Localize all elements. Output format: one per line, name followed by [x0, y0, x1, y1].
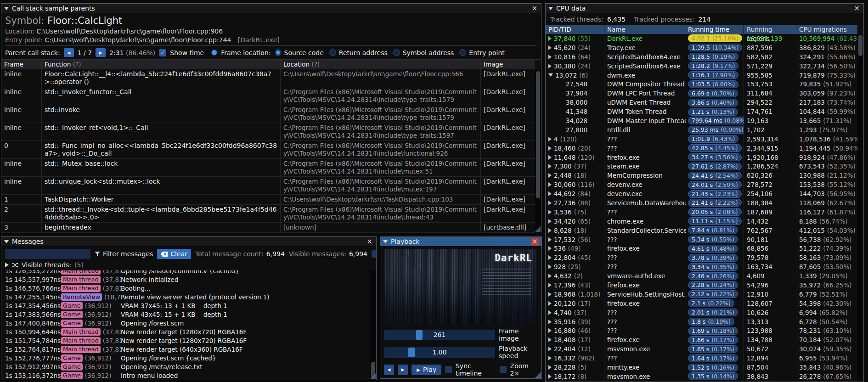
cpu-table-row[interactable]: 4,632(2)vmware-authd.exe2.46 s(0.26%)4,6… — [546, 271, 857, 281]
callstack-table-row[interactable]: inlinestd::_Mutex_base::lockC:\Program F… — [1, 159, 535, 177]
column-header-running-regions[interactable]: Running regions — [744, 25, 796, 34]
column-header-frame[interactable]: Frame — [1, 60, 42, 69]
expand-arrow-icon[interactable] — [548, 191, 552, 196]
expand-arrow-icon[interactable] — [548, 55, 552, 59]
filter-input[interactable] — [5, 249, 90, 259]
filter-messages-button[interactable]: Filter messages — [95, 250, 153, 258]
cpu-table-row[interactable]: 4,740(37)???2.01 s(0.21%)10,6266,994(65.… — [546, 308, 857, 317]
visible-threads-row[interactable]: Visible threads: (5) — [1, 261, 376, 270]
expand-arrow-icon[interactable] — [548, 45, 552, 50]
collapse-arrow-icon[interactable] — [4, 7, 9, 10]
cpu-data-titlebar[interactable]: CPU data × — [546, 4, 863, 13]
resize-grip[interactable] — [535, 372, 541, 378]
cpu-table-row[interactable]: 2,448(18)MemCompression24.41 s(2.54%)620… — [546, 171, 857, 180]
expand-arrow-icon[interactable] — [548, 292, 552, 297]
column-header-function[interactable]: Function (?) — [42, 60, 281, 69]
expand-arrow-icon[interactable] — [548, 274, 552, 278]
expand-arrow-icon[interactable] — [548, 365, 552, 370]
expand-arrow-icon[interactable] — [548, 219, 552, 224]
cpu-table-row[interactable]: 22,404(12)msvsmon.exe1.65 s(0.17%)50,672… — [546, 344, 857, 354]
close-icon[interactable]: × — [531, 238, 539, 246]
message-row[interactable]: 1s 147,400,846nsGame(36,912)Opening /for… — [5, 319, 370, 327]
cpu-table-row[interactable]: 34,420(65)chrome.exe11.11 s(1.15%)14,432… — [546, 217, 857, 226]
expand-arrow-icon[interactable] — [548, 328, 552, 333]
cpu-table-row[interactable]: 22,804(45)???3.78 s(0.39%)79,57858,163(7… — [546, 253, 857, 262]
expand-arrow-icon[interactable] — [548, 255, 552, 260]
scrollbar-thumb[interactable] — [536, 71, 540, 198]
message-row[interactable]: 1s 150,994,644nsMain thread(37,812)New r… — [5, 327, 370, 336]
play-button[interactable]: ▶ Play — [411, 365, 441, 375]
cpu-table-row[interactable]: 16,880(46)???1.69 s(0.18%)123,98878,231(… — [546, 326, 857, 336]
cpu-scrollbar[interactable] — [857, 34, 863, 382]
playback-titlebar[interactable]: Playback × — [380, 237, 541, 247]
cpu-table-row[interactable]: 41,348DWM Token Thread1.21 s(0.13%)174,7… — [546, 107, 857, 116]
callstack-table-row[interactable]: 2std::thread::_Invoke<std::tuple<<lambda… — [1, 205, 535, 223]
cpu-table-row[interactable]: 34,028DWM Master Input Thread799.64 ms(0… — [546, 116, 857, 125]
column-header-cpu-migrations[interactable]: CPU migrations — [796, 25, 857, 34]
resize-grip[interactable] — [535, 226, 541, 232]
expand-arrow-icon[interactable] — [548, 347, 552, 351]
message-row[interactable]: 1s 153,116,372nsGame(36,912)Intro menu l… — [5, 371, 370, 380]
messages-titlebar[interactable]: Messages × — [1, 237, 376, 247]
cpu-table-row[interactable]: 17,396(43)firefox.exe2.28 s(0.24%)54,296… — [546, 281, 857, 290]
cpu-table-row[interactable]: 45,620(24)Tracy.exe1:39.5(10.34%)887,596… — [546, 43, 857, 52]
frame-location-radio[interactable]: Return address — [329, 49, 388, 56]
callstack-table-row[interactable]: inlinestd::_Invoker_functor::_CallC:\Pro… — [1, 87, 535, 105]
message-row[interactable]: 1s 147,383,566nsGame(36,912)VRAM 43x45: … — [5, 310, 370, 319]
callstack-table-row[interactable]: inlineFloor::CalcLight::__l4::<lambda_5b… — [1, 69, 535, 87]
cpu-table-row[interactable]: 4(120)???1:01.9(6.43%)2,593,3141,078,536… — [546, 135, 857, 144]
expand-arrow-icon[interactable] — [548, 182, 552, 187]
collapse-arrow-icon[interactable] — [4, 240, 9, 243]
cpu-table-row[interactable]: 13,072(6)dwm.exe1:16.1(7.90%)955,585719,… — [546, 71, 857, 80]
cpu-table-row[interactable]: 37,840(55)DarkRL.exe4:02.1(25.16%)16,931… — [546, 34, 857, 43]
expand-arrow-icon[interactable] — [548, 237, 552, 242]
expand-arrow-icon[interactable] — [548, 137, 552, 141]
cpu-table-row[interactable]: 10,816(64)ScriptedSandbox64.exe1:28.5(9.… — [546, 52, 857, 62]
cpu-table-row[interactable]: 17,532(56)???5.34 s(0.55%)90,18156,738(6… — [546, 235, 857, 244]
cpu-table-row[interactable]: 7,300(37)steam.exe27.61 s(2.87%)1,286,52… — [546, 162, 857, 171]
message-row[interactable]: 1s 126,533,272nsMain thread(37,812)Openi… — [5, 270, 370, 275]
cpu-table-row[interactable]: 16,332(982)???1.64 s(0.17%)12,8946,955(5… — [546, 354, 857, 363]
message-row[interactable]: 1s 151,754,784nsMain thread(37,812)New r… — [5, 336, 370, 345]
expand-arrow-icon[interactable] — [548, 283, 552, 287]
expand-arrow-icon[interactable] — [548, 310, 552, 315]
close-icon[interactable]: × — [530, 5, 538, 12]
column-header-running-time[interactable]: Running time — [686, 25, 744, 34]
collapse-arrow-icon[interactable] — [548, 7, 553, 10]
help-marker[interactable]: (?) — [73, 61, 81, 68]
cpu-table-row[interactable]: 44,692(84)devenv.exe21.43 s(2.23%)254,10… — [546, 189, 857, 198]
message-row[interactable]: 1s 147,255,145nsRemoteView(18,796)Remote… — [5, 292, 370, 301]
messages-scrollbar[interactable] — [370, 270, 376, 380]
column-header-pid-tid[interactable]: PID/TID — [546, 25, 604, 34]
expand-arrow-icon[interactable] — [548, 246, 552, 251]
next-parent-button[interactable]: ▶ — [96, 48, 106, 57]
column-header-location[interactable]: Location (?) — [281, 60, 481, 69]
cpu-table-row[interactable]: 18,172(8)msvsmon.exe1.35 s(0.14%)38,8432… — [546, 372, 857, 381]
playback-speed-slider[interactable]: 1.00 — [384, 347, 495, 358]
callstack-table-row[interactable]: 0std::_Func_impl_no_alloc<<lambda_5bc224… — [1, 141, 535, 159]
expand-arrow-icon[interactable] — [548, 201, 552, 205]
message-row[interactable]: 1s 152,764,817nsMain thread(37,812)New r… — [5, 345, 370, 354]
message-row[interactable]: 1s 145,557,997nsMain thread(37,812)Netwo… — [5, 275, 370, 284]
cpu-table-row[interactable]: 37,904DWM LPC Port Thread6.69 s(0.70%)31… — [546, 89, 857, 98]
expand-arrow-icon[interactable] — [548, 173, 552, 178]
expand-arrow-icon[interactable] — [548, 210, 552, 214]
expand-arrow-icon[interactable] — [548, 164, 552, 169]
callstack-table-row[interactable]: inlinestd::invokeC:\Program Files (x86)\… — [1, 105, 535, 123]
cpu-table-row[interactable]: 536(49)firefox.exe4.61 s(0.48%)68,85651,… — [546, 244, 857, 253]
cpu-table-row[interactable]: 18,968(1,018)ServiceHub.SettingsHost.exe… — [546, 290, 857, 299]
cpu-table-row[interactable]: 18,408(17)firefox.exe1.66 s(0.17%)134,78… — [546, 335, 857, 344]
show-frame-images-checkbox[interactable] — [372, 250, 376, 258]
expand-arrow-icon[interactable] — [548, 146, 552, 151]
expand-arrow-icon[interactable] — [548, 337, 552, 342]
message-row[interactable]: 1s 147,354,456nsGame(36,912)VRAM 37x45: … — [5, 301, 370, 310]
frame-location-radio[interactable]: Source code — [275, 49, 324, 56]
next-frame-button[interactable]: ▶ — [398, 365, 408, 375]
column-header-image[interactable]: Image — [481, 60, 535, 69]
close-icon[interactable]: × — [366, 238, 373, 245]
cpu-table-row[interactable]: 38,000uDWM Event Thread3.86 s(0.40%)294,… — [546, 98, 857, 107]
frame-image-slider[interactable]: 261 — [384, 330, 495, 340]
expand-arrow-icon[interactable] — [548, 374, 552, 379]
callstack-table-row[interactable]: inlinestd::unique_lock<std::mutex>::lock… — [1, 177, 535, 195]
resize-grip[interactable] — [370, 373, 376, 379]
